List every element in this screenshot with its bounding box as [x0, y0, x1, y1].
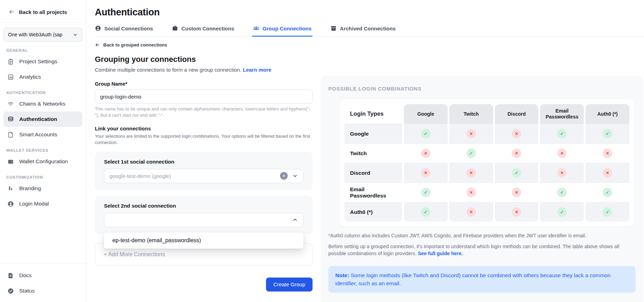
sidebar-item-analytics[interactable]: Analytics [4, 69, 82, 85]
tab-social-connections[interactable]: Social Connections [95, 25, 153, 36]
combination-cell: ✕ [404, 143, 448, 163]
cross-icon: ✕ [467, 188, 476, 197]
connection-dropdown: ep-test-demo (email_passwordless) [104, 232, 303, 249]
second-connection-card: Select 2nd social connection ep-test-dem… [95, 196, 313, 234]
combination-cell: ✕ [495, 182, 539, 202]
chevron-up-icon[interactable] [292, 217, 298, 223]
clear-selection-icon[interactable]: ✕ [280, 172, 288, 180]
sidebar-item-project-settings[interactable]: Project Settings [4, 54, 82, 69]
back-to-projects-link[interactable]: Back to all projects [0, 0, 86, 23]
main-content: Authentication Social Connections Custom… [86, 0, 644, 302]
sidebar-footer: Docs Status [0, 263, 86, 302]
cross-icon: ✕ [603, 149, 612, 158]
select-2nd-label: Select 2nd social connection [104, 203, 303, 209]
sidebar-item-docs[interactable]: Docs [4, 268, 82, 283]
users-group-icon [253, 25, 259, 31]
second-connection-select[interactable] [104, 213, 303, 227]
link-connections-description: Your selections are limited to the suppo… [95, 133, 313, 146]
sidebar-item-label: Project Settings [19, 58, 57, 65]
brush-icon [7, 185, 14, 192]
note-label: Note: [335, 272, 349, 278]
learn-more-link[interactable]: Learn more [243, 67, 272, 73]
first-connection-value: google-test-demo (google) [110, 173, 280, 179]
section-label-wallet-services: WALLET SERVICES [6, 148, 79, 152]
sidebar-item-status[interactable]: Status [4, 283, 82, 299]
tab-label: Custom Connections [181, 26, 234, 31]
project-selector[interactable]: One with Web3Auth (sap [4, 28, 82, 42]
combination-cell: ✕ [404, 163, 448, 182]
back-to-grouped-connections-link[interactable]: Back to grouped connections [95, 42, 313, 48]
column-header-login-types: Login Types [344, 104, 402, 124]
combination-cell: ✓ [449, 143, 493, 163]
tab-group-connections[interactable]: Group Connections [253, 25, 312, 36]
database-stack-icon [7, 116, 14, 123]
combination-cell: ✓ [540, 182, 584, 202]
sidebar-item-label: Smart Accounts [19, 131, 57, 138]
section-label-authentication: AUTHENTICATION [6, 91, 79, 95]
check-icon: ✓ [421, 188, 430, 197]
combination-cell: ✕ [586, 163, 629, 182]
user-circle-icon [7, 201, 14, 207]
select-1st-label: Select 1st social connection [104, 159, 303, 165]
row-label: Twitch [344, 143, 402, 163]
see-full-guide-link[interactable]: See full guide here. [418, 251, 463, 256]
combination-cell: ✓ [404, 182, 448, 202]
check-icon: ✓ [557, 129, 567, 138]
first-connection-select[interactable]: google-test-demo (google) ✕ [104, 169, 303, 183]
group-name-help: This name has to be unique and can only … [95, 106, 313, 118]
dropdown-option-ep-test-demo[interactable]: ep-test-demo (email_passwordless) [104, 232, 303, 249]
cross-icon: ✕ [467, 207, 476, 217]
sidebar-item-label: Docs [19, 272, 31, 279]
section-label-general: GENERAL [6, 48, 79, 52]
cross-icon: ✕ [421, 168, 430, 178]
cross-icon: ✕ [421, 149, 430, 158]
sidebar-item-chains-networks[interactable]: Chains & Networks [4, 96, 82, 112]
sidebar-spacer [0, 211, 86, 263]
combination-cell: ✓ [404, 202, 448, 222]
combination-cell: ✕ [540, 163, 584, 182]
sidebar-item-label: Chains & Networks [19, 101, 65, 107]
sidebar-item-label: Branding [19, 185, 41, 192]
row-label: Email Passwordless [344, 182, 402, 202]
group-name-label: Group Name* [95, 81, 313, 87]
cross-icon: ✕ [512, 129, 521, 138]
tab-bar: Social Connections Custom Connections Gr… [95, 25, 644, 37]
cross-icon: ✕ [512, 188, 521, 197]
arrow-left-icon [8, 9, 15, 15]
sidebar-item-branding[interactable]: Branding [4, 181, 82, 196]
sidebar-nav: GENERAL Project Settings Analytics AUTHE… [0, 42, 86, 211]
combination-cell: ✕ [449, 202, 493, 222]
sidebar-item-label: Login Modal [19, 201, 49, 207]
page-title: Authentication [95, 7, 644, 18]
group-name-input[interactable] [95, 89, 313, 103]
combination-cell: ✕ [495, 202, 539, 222]
cross-icon: ✕ [557, 168, 567, 178]
toolbox-icon [172, 25, 178, 31]
sidebar-item-label: Wallet Configuration [19, 158, 68, 165]
cross-icon: ✕ [557, 149, 567, 158]
content-area: Back to grouped connections Grouping you… [86, 37, 644, 302]
project-selector-value: One with Web3Auth (sap [8, 32, 71, 37]
panel-heading: POSSIBLE LOGIN COMBINATIONS [328, 86, 636, 92]
cross-icon: ✕ [467, 168, 476, 178]
sidebar-item-smart-accounts[interactable]: Smart Accounts [4, 127, 82, 142]
sidebar-item-authentication[interactable]: Authentication [4, 112, 82, 127]
tab-archived-connections[interactable]: Archived Connections [330, 25, 396, 36]
note-box: Note: Some login methods (like Twitch an… [328, 266, 636, 293]
chevron-down-icon[interactable] [292, 173, 298, 179]
bar-chart-icon [7, 74, 14, 80]
cross-icon: ✕ [603, 168, 612, 178]
column-header: Discord [495, 104, 539, 124]
sidebar-item-label: Authentication [19, 116, 57, 122]
sidebar-item-login-modal[interactable]: Login Modal [4, 196, 82, 211]
sidebar-item-wallet-configuration[interactable]: Wallet Configuration [4, 154, 82, 169]
combination-cell: ✓ [586, 124, 629, 143]
tab-custom-connections[interactable]: Custom Connections [172, 25, 234, 36]
row-label: Auth0 (*) [344, 202, 402, 222]
combination-cell: ✓ [586, 202, 629, 222]
create-group-button[interactable]: Create Group [266, 278, 313, 292]
cross-icon: ✕ [512, 149, 521, 158]
tab-label: Group Connections [262, 26, 312, 31]
check-icon: ✓ [603, 207, 612, 217]
check-icon: ✓ [603, 188, 612, 197]
